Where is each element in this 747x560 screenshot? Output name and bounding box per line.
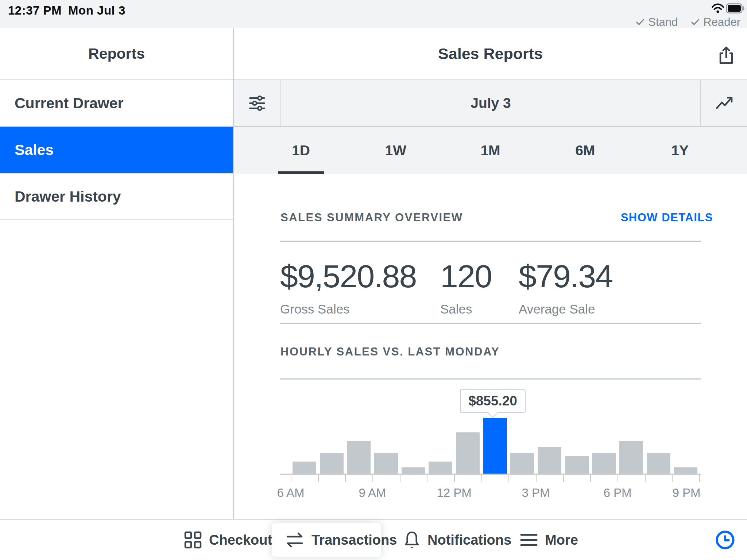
sales-summary-panel: SALES SUMMARY OVERVIEW SHOW DETAILS $9,5… [234,174,747,519]
axis-tick [672,475,673,482]
status-time: 12:37 PMMon Jul 3 [8,4,125,18]
sidebar-item-current-drawer[interactable]: Current Drawer [0,80,233,127]
axis-tick [454,475,455,482]
tab-label: 1W [385,143,406,159]
tab-1m[interactable]: 1M [443,127,538,174]
chart-bar-11am[interactable] [429,462,452,474]
sidebar-item-label: Drawer History [15,188,121,205]
chart-bar-7pm[interactable] [647,453,670,474]
tab-1y[interactable]: 1Y [632,127,727,174]
trend-chart-icon [715,96,733,111]
axis-label-6pm: 6 PM [603,486,631,500]
chart-bar-8am[interactable] [347,441,371,474]
metric-label: Gross Sales [280,302,417,316]
metric-label: Average Sale [519,302,612,316]
divider [280,323,701,324]
chart-bar-5pm[interactable] [592,453,616,474]
nav-more[interactable]: More [520,520,578,560]
trend-view-button[interactable] [700,80,747,126]
chart-bar-6pm[interactable] [619,441,643,474]
nav-transactions[interactable]: Transactions [285,520,397,560]
clock-time: 12:37 PM [8,4,62,17]
tab-label: 1D [292,143,310,159]
axis-tick [536,475,537,482]
metric-value: $79.34 [519,260,612,292]
nav-label: More [545,532,578,548]
share-icon [717,46,735,65]
axis-label-3pm: 3 PM [522,486,550,500]
nav-checkout[interactable]: Checkout [184,520,272,560]
chart-x-axis [280,474,701,475]
chart-bar-7am[interactable] [320,453,344,474]
check-icon [691,19,700,26]
stand-status: Stand [636,16,678,29]
nav-label: Transactions [311,532,397,548]
page-title: Sales Reports [234,28,747,79]
time-clock-button[interactable] [715,530,735,550]
summary-section-title: SALES SUMMARY OVERVIEW [280,211,463,224]
axis-tick [427,475,427,482]
divider [280,241,701,242]
axis-tick [400,475,400,482]
chart-bar-8pm[interactable] [674,467,697,474]
sliders-icon [249,96,266,111]
axis-tick [645,475,646,482]
tab-label: 6M [575,143,595,159]
chart-bar-6am[interactable] [293,462,316,474]
menu-icon [520,533,538,547]
check-icon [636,19,645,26]
axis-tick [481,475,482,482]
axis-tick [345,475,346,482]
chart-bar-10am[interactable] [402,467,425,474]
axis-tick [699,475,700,482]
nav-notifications[interactable]: Notifications [403,520,511,560]
date-selector[interactable]: July 3 [281,80,700,126]
chart-section-title: HOURLY SALES VS. LAST MONDAY [280,345,500,358]
stand-label: Stand [648,16,678,29]
share-button[interactable] [717,46,735,65]
selected-date-label: July 3 [471,95,511,111]
reader-label: Reader [703,16,740,29]
axis-tick [372,475,373,482]
chart-bar-1pm[interactable] [483,418,507,474]
axis-label-9pm: 9 PM [672,486,700,500]
chart-bar-9am[interactable] [374,453,398,474]
chart-bar-12pm[interactable] [456,432,480,474]
tab-label: 1Y [671,143,689,159]
tab-label: 1M [480,143,500,159]
sales-reports-screen: 12:37 PMMon Jul 3 Stand Reader [0,0,747,560]
battery-icon [726,3,745,13]
clock-icon [715,530,735,550]
bottom-navigation: Checkout Transactions Notifications [0,519,747,560]
sidebar-item-label: Sales [15,141,54,159]
filter-button[interactable] [234,80,281,126]
chart-tooltip: $855.20 [460,389,526,413]
sidebar-item-sales[interactable]: Sales [0,127,233,174]
reader-status: Reader [691,16,740,29]
tab-6m[interactable]: 6M [538,127,632,174]
axis-tick [508,475,509,482]
axis-tick [291,475,291,482]
axis-tick [618,475,618,482]
metric-value: 120 [440,260,492,292]
chart-bar-3pm[interactable] [538,447,561,474]
metric-sales-count: 120 Sales [440,260,492,316]
status-date: Mon Jul 3 [68,4,125,17]
connection-status: Stand Reader [636,16,740,29]
period-tabs: 1D 1W 1M 6M 1Y [234,127,747,174]
show-details-link[interactable]: SHOW DETAILS [621,211,713,224]
sidebar-item-drawer-history[interactable]: Drawer History [0,174,233,220]
sidebar-title: Reports [0,28,233,80]
chart-bar-4pm[interactable] [565,456,589,474]
tab-1w[interactable]: 1W [348,127,443,174]
status-bar: 12:37 PMMon Jul 3 Stand Reader [0,0,747,28]
metric-gross-sales: $9,520.88 Gross Sales [280,260,417,316]
transactions-icon [285,532,304,548]
date-bar: July 3 [234,80,747,127]
tab-1d[interactable]: 1D [253,127,348,174]
reports-sidebar: Reports Current Drawer Sales Drawer Hist… [0,28,234,519]
nav-label: Notifications [427,532,511,548]
wifi-icon [711,3,724,13]
chart-bar-2pm[interactable] [510,453,534,474]
axis-tick [318,475,319,482]
